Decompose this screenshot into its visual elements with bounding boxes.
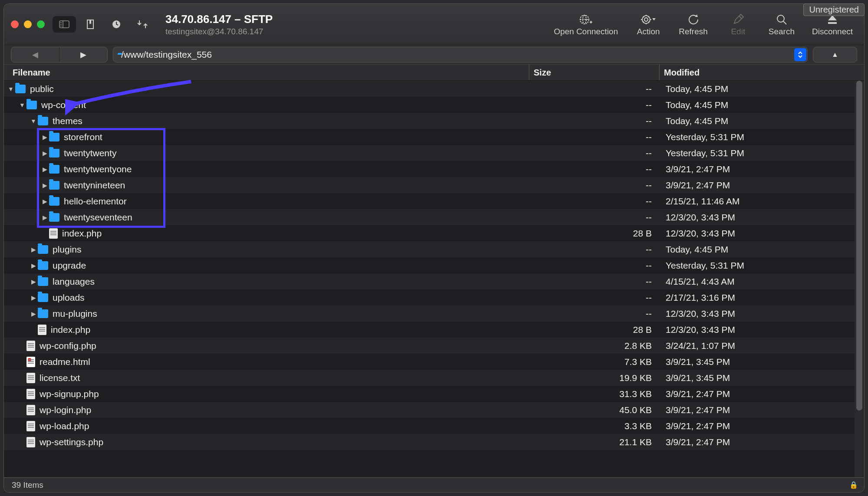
open-connection-button[interactable]: Open Connection [554,12,618,36]
file-row[interactable]: index.php28 B12/3/20, 3:43 PM [4,322,864,338]
folder-row[interactable]: ▼public--Today, 4:45 PM [4,81,864,97]
item-modified: 3/9/21, 2:47 PM [660,405,864,415]
minimize-window-button[interactable] [24,20,32,28]
item-size: -- [529,244,660,255]
folder-row[interactable]: ▼wp-content--Today, 4:45 PM [4,97,864,113]
folder-icon [38,293,48,302]
item-size: -- [529,212,660,223]
transfers-button[interactable] [131,16,154,33]
folder-icon [49,197,59,206]
item-name: index.php [51,325,90,335]
item-modified: Yesterday, 5:31 PM [660,148,864,158]
disclosure-triangle[interactable]: ▶ [40,134,49,141]
scrollbar[interactable] [855,81,864,477]
disclosure-triangle[interactable]: ▶ [29,246,38,253]
item-name: license.txt [40,373,80,383]
folder-icon [49,165,59,174]
disclosure-triangle[interactable]: ▶ [40,150,49,157]
action-label: Action [637,27,660,36]
file-row[interactable]: wp-signup.php31.3 KB3/9/21, 2:47 PM [4,386,864,402]
item-size: -- [529,180,660,191]
file-row[interactable]: wp-config.php2.8 KB3/24/21, 1:07 PM [4,338,864,354]
magnify-icon [776,12,787,27]
nav-back-button[interactable]: ◀ [11,50,59,59]
item-name: twentytwenty [64,148,116,158]
file-row[interactable]: index.php28 B12/3/20, 3:43 PM [4,225,864,241]
folder-row[interactable]: ▶upgrade--Yesterday, 5:31 PM [4,257,864,273]
path-bar[interactable]: /www/testingsitex_556 [113,47,808,62]
bookmarks-button[interactable] [79,16,102,33]
disclosure-triangle[interactable]: ▼ [29,118,38,125]
unregistered-badge: Unregistered [803,3,865,16]
folder-icon [49,181,59,190]
disclosure-triangle[interactable]: ▶ [29,278,38,285]
refresh-button[interactable]: Refresh [679,12,708,36]
disclosure-triangle[interactable]: ▶ [40,182,49,189]
search-button[interactable]: Search [769,12,795,36]
folder-row[interactable]: ▶storefront--Yesterday, 5:31 PM [4,129,864,145]
item-size: 3.3 KB [529,421,660,431]
item-modified: Today, 4:45 PM [660,116,864,126]
folder-icon [26,101,37,109]
zoom-window-button[interactable] [37,20,45,28]
folder-row[interactable]: ▶twentytwenty--Yesterday, 5:31 PM [4,145,864,161]
disclosure-triangle[interactable]: ▶ [40,198,49,205]
disclosure-triangle[interactable]: ▶ [29,262,38,269]
item-name: public [30,84,54,94]
disclosure-triangle[interactable]: ▼ [18,102,26,108]
status-item-count: 39 Items [12,480,43,490]
item-size: -- [529,132,660,142]
file-row[interactable]: wp-load.php3.3 KB3/9/21, 2:47 PM [4,418,864,434]
file-row[interactable]: readme.html7.3 KB3/9/21, 3:45 PM [4,354,864,370]
folder-row[interactable]: ▶plugins--Today, 4:45 PM [4,241,864,257]
item-modified: 3/9/21, 3:45 PM [660,357,864,367]
disclosure-triangle[interactable]: ▶ [29,294,38,301]
sidebar-toggle-button[interactable] [53,16,76,33]
item-name: wp-content [41,100,86,110]
item-name: themes [53,116,83,126]
item-size: -- [529,276,660,287]
go-up-button[interactable]: ▲ [813,47,857,62]
folder-row[interactable]: ▶mu-plugins--12/3/20, 3:43 PM [4,305,864,322]
refresh-icon [687,12,700,27]
item-size: 28 B [529,325,660,335]
disclosure-triangle[interactable]: ▶ [40,214,49,221]
folder-row[interactable]: ▶twentyseventeen--12/3/20, 3:43 PM [4,209,864,225]
folder-row[interactable]: ▼themes--Today, 4:45 PM [4,113,864,129]
item-size: -- [529,196,660,207]
bookmark-icon [86,20,95,29]
folder-row[interactable]: ▶languages--4/15/21, 4:43 AM [4,273,864,289]
file-list[interactable]: ▼public--Today, 4:45 PM▼wp-content--Toda… [4,81,864,477]
close-window-button[interactable] [11,20,19,28]
file-row[interactable]: wp-settings.php21.1 KB3/9/21, 2:47 PM [4,434,864,450]
nav-back-forward: ◀ ▶ [11,47,108,62]
folder-row[interactable]: ▶twentytwentyone--3/9/21, 2:47 PM [4,161,864,177]
item-name: wp-config.php [40,341,96,351]
header-size[interactable]: Size [529,65,660,80]
action-label: Edit [731,27,745,36]
header-filename[interactable]: Filename [4,65,529,80]
folder-icon [38,309,48,318]
folder-row[interactable]: ▶hello-elementor--2/15/21, 11:46 AM [4,193,864,209]
folder-row[interactable]: ▶twentynineteen--3/9/21, 2:47 PM [4,177,864,193]
action-button[interactable]: Action [635,12,661,36]
folder-icon [38,277,48,286]
file-row[interactable]: wp-login.php45.0 KB3/9/21, 2:47 PM [4,402,864,418]
folder-icon [49,149,59,158]
header-modified[interactable]: Modified [660,68,864,78]
scrollbar-thumb[interactable] [856,81,862,411]
disclosure-triangle[interactable]: ▼ [7,85,15,92]
item-size: -- [529,292,660,303]
item-name: upgrade [53,260,86,271]
disclosure-triangle[interactable]: ▶ [29,310,38,317]
item-name: twentytwentyone [64,164,132,174]
item-modified: Yesterday, 5:31 PM [660,132,864,142]
path-dropdown-button[interactable] [794,48,806,61]
folder-icon [15,85,26,93]
folder-row[interactable]: ▶uploads--2/17/21, 3:16 PM [4,289,864,305]
nav-forward-button[interactable]: ▶ [59,50,107,59]
file-icon [26,341,35,351]
history-button[interactable] [105,16,128,33]
disclosure-triangle[interactable]: ▶ [40,166,49,173]
file-row[interactable]: license.txt19.9 KB3/9/21, 3:45 PM [4,370,864,386]
